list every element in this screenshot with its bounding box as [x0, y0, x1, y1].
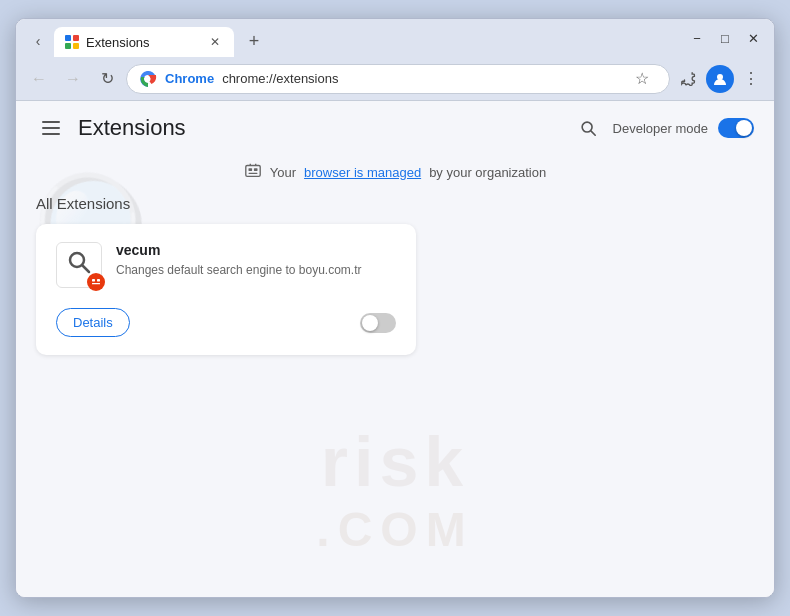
title-bar: ‹ Extensions ✕ + − □ ✕	[16, 19, 774, 57]
menu-button[interactable]: ⋮	[736, 64, 766, 94]
extension-card-bottom: Details	[56, 308, 396, 337]
managed-notice: Your browser is managed by your organiza…	[16, 155, 774, 195]
developer-mode-toggle[interactable]	[718, 118, 754, 138]
svg-line-8	[591, 131, 595, 135]
chrome-logo-icon	[139, 70, 157, 88]
svg-rect-10	[248, 168, 252, 171]
profile-button[interactable]	[706, 65, 734, 93]
address-bar[interactable]: Chrome chrome://extensions ☆	[126, 64, 670, 94]
extensions-menu-button[interactable]	[674, 64, 704, 94]
reload-button[interactable]: ↻	[92, 64, 122, 94]
svg-rect-19	[97, 279, 100, 282]
svg-rect-17	[91, 277, 102, 288]
nav-bar: ← → ↻ Chrome chrome://extensions ☆	[16, 57, 774, 101]
extension-icon	[56, 242, 102, 288]
url-display: chrome://extensions	[222, 71, 619, 86]
watermark-risk: risk	[16, 422, 774, 502]
window-controls: − □ ✕	[686, 27, 764, 49]
managed-icon	[244, 161, 262, 183]
hamburger-line-1	[42, 121, 60, 123]
svg-line-16	[83, 265, 90, 272]
minimize-button[interactable]: −	[686, 27, 708, 49]
svg-rect-12	[248, 173, 257, 174]
active-tab[interactable]: Extensions ✕	[54, 27, 234, 57]
tab-favicon	[64, 34, 80, 50]
search-button[interactable]	[573, 113, 603, 143]
new-tab-button[interactable]: +	[240, 27, 268, 55]
tab-title: Extensions	[86, 35, 200, 50]
section-title: All Extensions	[36, 195, 754, 212]
managed-text-after: by your organization	[429, 165, 546, 180]
svg-rect-11	[254, 168, 258, 171]
svg-rect-0	[65, 35, 71, 41]
svg-rect-9	[246, 166, 260, 177]
chrome-label: Chrome	[165, 71, 214, 86]
details-button[interactable]: Details	[56, 308, 130, 337]
extensions-section: All Extensions	[16, 195, 774, 355]
hamburger-line-2	[42, 127, 60, 129]
svg-rect-1	[73, 35, 79, 41]
svg-rect-2	[65, 43, 71, 49]
extension-card-top: vecum Changes default search engine to b…	[56, 242, 396, 288]
extension-info: vecum Changes default search engine to b…	[116, 242, 396, 279]
tab-scroll-button[interactable]: ‹	[24, 27, 52, 55]
extension-name: vecum	[116, 242, 396, 258]
svg-rect-18	[92, 279, 95, 282]
back-button[interactable]: ←	[24, 64, 54, 94]
extension-icon-badge	[87, 273, 105, 291]
extension-toggle[interactable]	[360, 313, 396, 333]
svg-rect-20	[92, 283, 100, 284]
bookmark-button[interactable]: ☆	[627, 64, 657, 94]
tab-close-button[interactable]: ✕	[206, 33, 224, 51]
close-button[interactable]: ✕	[742, 27, 764, 49]
managed-text-before: Your	[270, 165, 296, 180]
svg-point-5	[146, 76, 151, 81]
toggle-knob	[736, 120, 752, 136]
forward-button[interactable]: →	[58, 64, 88, 94]
nav-right-controls: ⋮	[674, 64, 766, 94]
header-right: Developer mode	[573, 113, 754, 143]
extension-description: Changes default search engine to boyu.co…	[116, 262, 396, 279]
hamburger-line-3	[42, 133, 60, 135]
managed-link[interactable]: browser is managed	[304, 165, 421, 180]
extension-card: vecum Changes default search engine to b…	[36, 224, 416, 355]
developer-mode-label: Developer mode	[613, 121, 708, 136]
browser-window: ‹ Extensions ✕ + − □ ✕ ← → ↻	[15, 18, 775, 598]
maximize-button[interactable]: □	[714, 27, 736, 49]
extension-toggle-knob	[362, 315, 378, 331]
svg-point-7	[582, 122, 592, 132]
page-title: Extensions	[78, 115, 186, 141]
svg-rect-3	[73, 43, 79, 49]
page-content: 🔍 risk .COM Extensions De	[16, 101, 774, 597]
watermark-com: .COM	[16, 502, 774, 557]
hamburger-menu-button[interactable]	[36, 113, 66, 143]
page-header: Extensions Developer mode	[16, 101, 774, 155]
